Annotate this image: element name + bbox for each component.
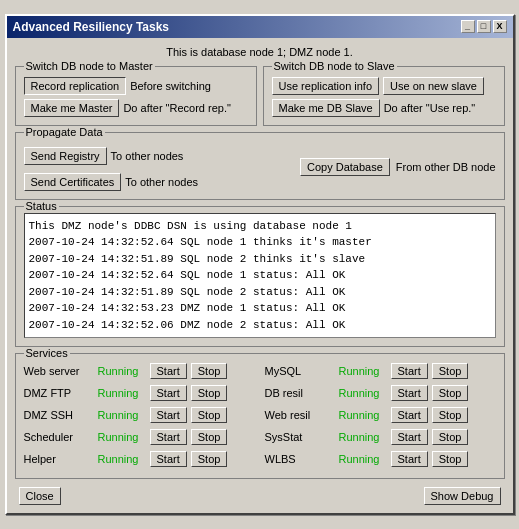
service-stop-button[interactable]: Stop (191, 451, 228, 467)
master-row-1: Record replication Before switching (24, 77, 248, 95)
service-name: MySQL (265, 365, 335, 377)
header-text: This is database node 1; DMZ node 1. (15, 46, 505, 58)
status-panel: Status This DMZ node's DDBC DSN is using… (15, 206, 505, 348)
service-name: DB resil (265, 387, 335, 399)
service-row-right-4: WLBSRunningStartStop (265, 448, 496, 470)
after-use-rep-label: Do after "Use rep." (384, 102, 476, 114)
service-stop-button[interactable]: Stop (191, 385, 228, 401)
service-row-left-1: DMZ FTPRunningStartStop (24, 382, 255, 404)
show-debug-button[interactable]: Show Debug (424, 487, 501, 505)
title-bar-buttons: _ □ X (461, 20, 507, 33)
window-body: This is database node 1; DMZ node 1. Swi… (7, 38, 513, 514)
status-line: 2007-10-24 14:32:52.64 SQL node 1 thinks… (29, 234, 491, 251)
service-stop-button[interactable]: Stop (432, 407, 469, 423)
service-start-button[interactable]: Start (150, 451, 187, 467)
service-status: Running (339, 387, 387, 399)
service-row-left-4: HelperRunningStartStop (24, 448, 255, 470)
status-label: Status (24, 200, 59, 212)
copy-database-button[interactable]: Copy Database (300, 158, 390, 176)
top-panels-row: Switch DB node to Master Record replicat… (15, 66, 505, 126)
service-status: Running (98, 365, 146, 377)
service-stop-button[interactable]: Stop (432, 385, 469, 401)
service-start-button[interactable]: Start (150, 385, 187, 401)
status-text-area: This DMZ node's DDBC DSN is using databa… (24, 213, 496, 339)
service-row-right-3: SysStatRunningStartStop (265, 426, 496, 448)
service-status: Running (339, 431, 387, 443)
to-other-nodes-1-label: To other nodes (111, 150, 184, 162)
service-name: WLBS (265, 453, 335, 465)
status-line: 2007-10-24 14:32:51.89 SQL node 2 status… (29, 284, 491, 301)
status-line: This DMZ node's DDBC DSN is using databa… (29, 218, 491, 235)
service-stop-button[interactable]: Stop (432, 451, 469, 467)
service-status: Running (339, 365, 387, 377)
after-record-label: Do after "Record rep." (123, 102, 230, 114)
service-status: Running (339, 453, 387, 465)
service-start-button[interactable]: Start (391, 451, 428, 467)
service-row-right-0: MySQLRunningStartStop (265, 360, 496, 382)
minimize-button[interactable]: _ (461, 20, 475, 33)
service-row-right-1: DB resilRunningStartStop (265, 382, 496, 404)
services-left-column: Web serverRunningStartStopDMZ FTPRunning… (24, 360, 255, 470)
slave-row-2: Make me DB Slave Do after "Use rep." (272, 99, 496, 117)
service-status: Running (98, 453, 146, 465)
propagate-row-1: Send Registry To other nodes (24, 147, 199, 165)
close-button[interactable]: Close (19, 487, 61, 505)
service-start-button[interactable]: Start (391, 363, 428, 379)
service-start-button[interactable]: Start (150, 407, 187, 423)
status-line: 2007-10-24 14:32:52.64 SQL node 1 status… (29, 267, 491, 284)
service-name: DMZ SSH (24, 409, 94, 421)
service-start-button[interactable]: Start (391, 385, 428, 401)
service-status: Running (98, 409, 146, 421)
service-start-button[interactable]: Start (391, 429, 428, 445)
service-status: Running (98, 431, 146, 443)
window-title: Advanced Resiliency Tasks (13, 20, 170, 34)
switch-master-panel: Switch DB node to Master Record replicat… (15, 66, 257, 126)
service-status: Running (98, 387, 146, 399)
status-line: 2007-10-24 14:32:52.06 DMZ node 2 status… (29, 317, 491, 334)
propagate-row-2: Send Certificates To other nodes (24, 173, 199, 191)
main-window: Advanced Resiliency Tasks _ □ X This is … (5, 14, 515, 516)
send-registry-button[interactable]: Send Registry (24, 147, 107, 165)
status-line: 2007-10-24 14:32:53.23 DMZ node 1 status… (29, 300, 491, 317)
propagate-label: Propagate Data (24, 126, 105, 138)
services-right-column: MySQLRunningStartStopDB resilRunningStar… (265, 360, 496, 470)
service-stop-button[interactable]: Stop (191, 429, 228, 445)
services-grid: Web serverRunningStartStopDMZ FTPRunning… (24, 360, 496, 470)
service-stop-button[interactable]: Stop (191, 363, 228, 379)
service-name: Helper (24, 453, 94, 465)
service-row-left-0: Web serverRunningStartStop (24, 360, 255, 382)
service-stop-button[interactable]: Stop (432, 363, 469, 379)
service-start-button[interactable]: Start (391, 407, 428, 423)
title-bar: Advanced Resiliency Tasks _ □ X (7, 16, 513, 38)
send-certificates-button[interactable]: Send Certificates (24, 173, 122, 191)
close-icon[interactable]: X (493, 20, 507, 33)
service-row-left-2: DMZ SSHRunningStartStop (24, 404, 255, 426)
service-start-button[interactable]: Start (150, 429, 187, 445)
services-panel: Services Web serverRunningStartStopDMZ F… (15, 353, 505, 479)
make-master-button[interactable]: Make me Master (24, 99, 120, 117)
to-other-nodes-2-label: To other nodes (125, 176, 198, 188)
footer-row: Close Show Debug (15, 487, 505, 505)
switch-slave-label: Switch DB node to Slave (272, 60, 397, 72)
status-line: 2007-10-24 14:32:51.89 SQL node 2 thinks… (29, 251, 491, 268)
service-status: Running (339, 409, 387, 421)
slave-row-1: Use replication info Use on new slave (272, 77, 496, 95)
make-db-slave-button[interactable]: Make me DB Slave (272, 99, 380, 117)
service-name: DMZ FTP (24, 387, 94, 399)
service-stop-button[interactable]: Stop (432, 429, 469, 445)
propagate-panel: Propagate Data Send Registry To other no… (15, 132, 505, 200)
use-on-new-slave-button[interactable]: Use on new slave (383, 77, 484, 95)
master-row-2: Make me Master Do after "Record rep." (24, 99, 248, 117)
service-start-button[interactable]: Start (150, 363, 187, 379)
service-stop-button[interactable]: Stop (191, 407, 228, 423)
use-replication-info-button[interactable]: Use replication info (272, 77, 380, 95)
service-row-right-2: Web resilRunningStartStop (265, 404, 496, 426)
service-name: Web resil (265, 409, 335, 421)
services-label: Services (24, 347, 70, 359)
maximize-button[interactable]: □ (477, 20, 491, 33)
before-switching-label: Before switching (130, 80, 211, 92)
service-row-left-3: SchedulerRunningStartStop (24, 426, 255, 448)
service-name: Scheduler (24, 431, 94, 443)
service-name: SysStat (265, 431, 335, 443)
record-replication-button[interactable]: Record replication (24, 77, 127, 95)
